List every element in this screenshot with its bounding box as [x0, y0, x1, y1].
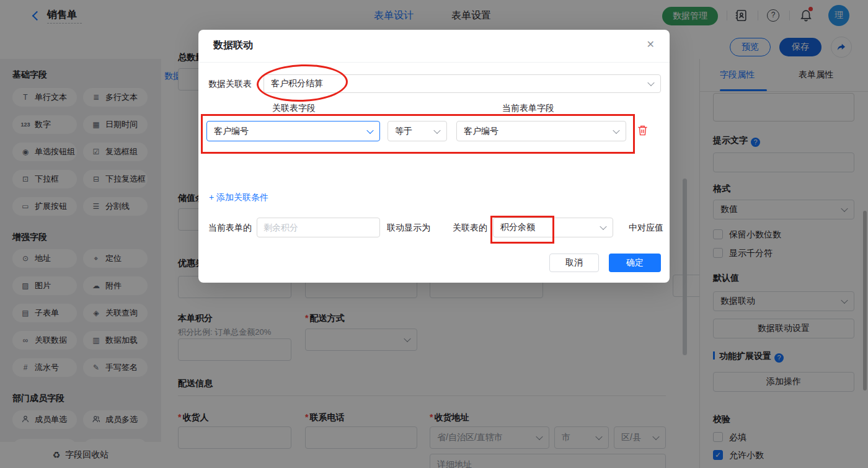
linked-table-select[interactable]: 客户积分结算	[264, 74, 661, 93]
linked-field-select[interactable]: 积分余额	[493, 218, 613, 237]
condition-right-value: 客户编号	[464, 126, 498, 137]
cancel-button[interactable]: 取消	[549, 254, 599, 272]
linked-field-value: 积分余额	[500, 222, 535, 233]
modal-header-divider	[198, 62, 670, 63]
add-condition-link[interactable]: + 添加关联条件	[209, 192, 268, 203]
app-root: 销售单 表单设计 表单设置 数据管理 ? 理 ⊘ 表单外链 ⊞ 后端脚本 ⊡ 数…	[0, 0, 868, 468]
condition-left-value: 客户编号	[214, 126, 249, 137]
corresponding-value-label: 中对应值	[629, 218, 663, 237]
linked-table-value: 客户积分结算	[271, 78, 323, 89]
chevron-down-icon	[433, 126, 440, 133]
condition-operator-value: 等于	[395, 126, 412, 137]
condition-operator-select[interactable]: 等于	[388, 121, 447, 141]
delete-condition-trash-icon[interactable]	[637, 125, 648, 139]
current-field-input[interactable]	[257, 218, 380, 237]
display-as-label: 联动显示为	[387, 218, 430, 237]
col-header-linked-field: 关联表字段	[272, 103, 316, 114]
condition-left-select[interactable]: 客户编号	[206, 121, 380, 141]
close-icon[interactable]: ✕	[647, 38, 655, 50]
condition-right-select[interactable]: 客户编号	[456, 121, 626, 141]
chevron-down-icon	[613, 126, 619, 133]
chevron-down-icon	[366, 126, 373, 133]
data-linkage-modal: 数据联动 ✕ 数据关联表 客户积分结算 关联表字段 当前表单字段 客户编号 等于…	[198, 30, 670, 283]
col-header-current-field: 当前表单字段	[502, 103, 554, 114]
linked-table-of-label: 关联表的	[453, 218, 487, 237]
linked-table-label: 数据关联表	[208, 74, 252, 93]
current-form-label: 当前表单的	[208, 218, 252, 237]
confirm-button[interactable]: 确定	[609, 254, 661, 272]
chevron-down-icon	[647, 79, 654, 86]
modal-title: 数据联动	[213, 39, 253, 52]
chevron-down-icon	[600, 223, 606, 230]
